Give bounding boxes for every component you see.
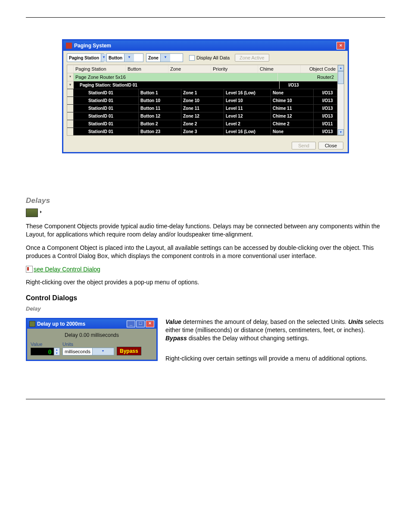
pzr-code: Router2	[278, 73, 337, 81]
scroll-track[interactable]	[338, 71, 344, 129]
cell-priority: Level 16 (Low)	[224, 128, 271, 135]
delay-title: Delay up to 2000ms	[37, 321, 85, 327]
cell-station: StationID 01	[74, 128, 139, 135]
desc-p2: Right-clicking over certain settings wil…	[165, 355, 385, 363]
cell-chime: Chime 11	[271, 105, 314, 112]
bottom-rule	[26, 399, 385, 399]
cell-station: StationID 01	[74, 105, 139, 112]
toolbar: Paging Station ▾ Button ▾ Zone ▾ Display…	[63, 51, 348, 65]
cell-station: StationID 01	[74, 97, 139, 104]
chevron-down-icon: ▾	[124, 54, 134, 62]
dialog-footer: Send Close	[63, 139, 348, 152]
data-grid: Paging Station Button Zone Priority Chim…	[67, 65, 344, 136]
value-input[interactable]: 0	[31, 348, 54, 355]
top-rule	[26, 17, 385, 18]
cell-chime: Chime 12	[271, 112, 314, 120]
dd-label: Button	[107, 56, 124, 60]
cell-code: I/O13	[314, 97, 337, 104]
cell-priority: Level 16 (Low)	[224, 89, 271, 96]
grp-label: Paging Station: StationID 01	[74, 81, 280, 89]
cell-code: I/O11	[314, 120, 337, 128]
chk-label: Display All Data	[196, 55, 230, 60]
send-button[interactable]: Send	[292, 142, 316, 149]
window-title: Paging System	[74, 43, 111, 49]
cell-button: Button 1	[139, 89, 181, 96]
delays-para3: Right-clicking over the object provides …	[26, 278, 385, 286]
term-units: Units	[348, 318, 363, 325]
display-all-checkbox[interactable]: Display All Data	[189, 55, 230, 61]
paging-system-window: Paging System × Paging Station ▾ Button …	[62, 39, 349, 153]
scroll-thumb[interactable]	[338, 71, 344, 84]
delays-para1: These Component Objects provide typical …	[26, 222, 385, 239]
cell-button: Button 10	[139, 97, 181, 104]
cell-code: I/O13	[314, 112, 337, 120]
delays-para2: Once a Component Object is placed into t…	[26, 244, 385, 260]
close-button[interactable]: Close	[318, 142, 343, 149]
button-dropdown[interactable]: Button ▾	[106, 53, 143, 62]
page-zone-router-row[interactable]: ▾ Page Zone Router 5x16 Router2	[67, 73, 337, 81]
col-paging-station[interactable]: Paging Station	[74, 65, 126, 73]
delay-readout-label: Delay 0.00 milliseconds	[31, 331, 153, 342]
table-row[interactable]: StationID 01Button 2Zone 2Level 2Chime 2…	[67, 120, 337, 128]
cell-priority: Level 10	[224, 97, 271, 104]
minimize-icon[interactable]: _	[127, 320, 135, 327]
cell-zone: Zone 1	[181, 89, 224, 96]
table-row[interactable]: StationID 01Button 11Zone 11Level 11Chim…	[67, 104, 337, 112]
chevron-down-icon: ▾	[160, 54, 170, 62]
col-object-code[interactable]: Object Code	[301, 65, 337, 73]
close-icon[interactable]: ×	[146, 320, 154, 327]
dd-label: Paging Station	[67, 56, 101, 60]
cell-zone: Zone 10	[181, 97, 224, 104]
grid-header: Paging Station Button Zone Priority Chim…	[67, 65, 337, 73]
value-spinner[interactable]: ▴ ▾	[54, 348, 60, 355]
units-dropdown[interactable]: milliseconds ▾	[62, 348, 114, 355]
control-dialogs-heading: Control Dialogs	[26, 294, 385, 302]
cell-zone: Zone 11	[181, 105, 224, 112]
table-row[interactable]: StationID 01Button 10Zone 10Level 10Chim…	[67, 96, 337, 104]
app-icon	[66, 43, 72, 49]
col-button[interactable]: Button	[126, 65, 168, 73]
chevron-down-icon: ▾	[92, 348, 114, 355]
group-header-row[interactable]: ▾ Paging Station: StationID 01 I/O13	[67, 81, 337, 89]
vertical-scrollbar[interactable]: ▴ ▾	[337, 65, 344, 135]
table-row[interactable]: StationID 01Button 12Zone 12Level 12Chim…	[67, 112, 337, 120]
scroll-down-icon[interactable]: ▾	[338, 129, 344, 135]
cell-priority: Level 2	[224, 120, 271, 128]
table-row[interactable]: StationID 01Button 23Zone 3Level 16 (Low…	[67, 128, 337, 135]
col-zone[interactable]: Zone	[168, 65, 211, 73]
description-text: Value determines the amount of delay, ba…	[165, 318, 385, 369]
scroll-up-icon[interactable]: ▴	[338, 65, 344, 71]
paging-station-dropdown[interactable]: Paging Station ▾	[67, 53, 104, 62]
col-chime[interactable]: Chime	[258, 65, 301, 73]
spin-up-icon[interactable]: ▴	[54, 348, 59, 352]
delay-subheading: Delay	[26, 305, 385, 312]
cell-button: Button 2	[139, 120, 181, 128]
delay-component-icon	[26, 208, 38, 217]
cell-code: I/O13	[314, 89, 337, 96]
zone-active-button[interactable]: Zone Active	[235, 54, 269, 62]
book-icon	[26, 266, 33, 273]
table-row[interactable]: StationID 01Button 1Zone 1Level 16 (Low)…	[67, 89, 337, 96]
collapse-icon[interactable]: ▾	[67, 73, 74, 81]
cell-button: Button 11	[139, 105, 181, 112]
titlebar[interactable]: Paging System ×	[63, 40, 348, 51]
cell-chime: None	[271, 128, 314, 135]
col-priority[interactable]: Priority	[211, 65, 258, 73]
value-header: Value	[31, 342, 60, 347]
collapse-icon[interactable]: ▾	[67, 81, 74, 89]
spin-down-icon[interactable]: ▾	[54, 352, 59, 355]
units-header: Units	[62, 342, 114, 347]
bypass-button[interactable]: Bypass	[117, 347, 141, 355]
delay-titlebar[interactable]: Delay up to 2000ms _ □ ×	[27, 319, 156, 329]
cell-code: I/O13	[314, 128, 337, 135]
term-value: Value	[165, 318, 181, 325]
cell-station: StationID 01	[74, 120, 139, 128]
see-delay-link[interactable]: see Delay Control Dialog	[34, 266, 100, 273]
maximize-icon[interactable]: □	[136, 320, 145, 327]
cell-code: I/O13	[314, 105, 337, 112]
cell-zone: Zone 2	[181, 120, 224, 128]
cell-chime: None	[271, 89, 314, 96]
zone-dropdown[interactable]: Zone ▾	[146, 53, 183, 62]
delays-heading: Delays	[26, 196, 385, 205]
close-icon[interactable]: ×	[336, 42, 345, 50]
